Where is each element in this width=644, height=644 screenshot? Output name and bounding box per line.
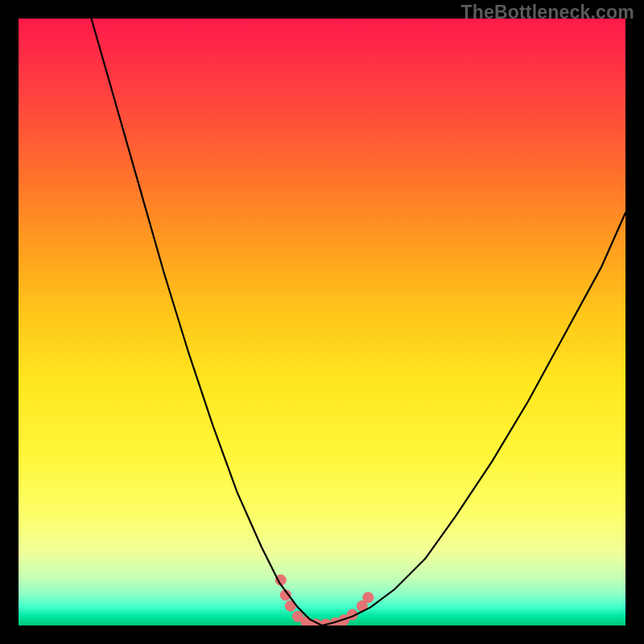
- bottleneck-curve-svg: [19, 19, 625, 625]
- plot-area: [19, 19, 625, 625]
- chart-frame: TheBottleneck.com: [0, 0, 644, 644]
- watermark-text: TheBottleneck.com: [460, 2, 634, 23]
- curve-right: [322, 213, 625, 625]
- curve-left: [91, 19, 322, 625]
